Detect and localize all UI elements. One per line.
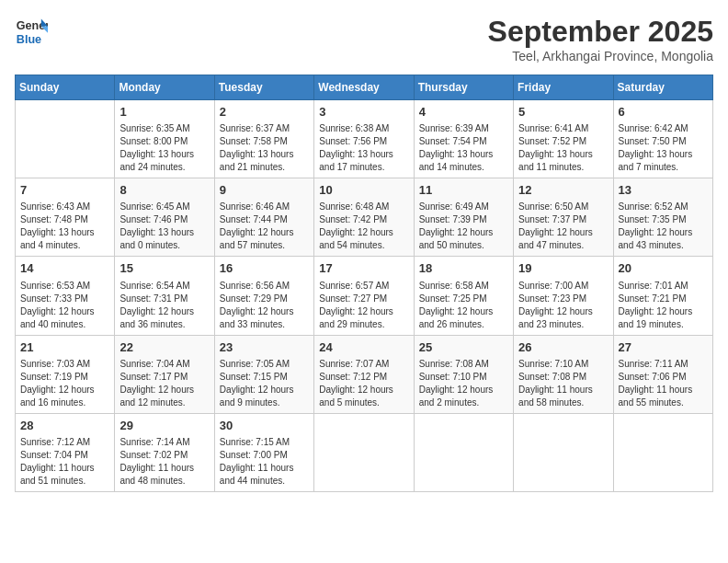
calendar-cell: 26Sunrise: 7:10 AM Sunset: 7:08 PM Dayli… [514,335,613,413]
month-title: September 2025 [488,15,713,49]
day-info: Sunrise: 7:05 AM Sunset: 7:15 PM Dayligh… [220,358,309,409]
day-info: Sunrise: 6:35 AM Sunset: 8:00 PM Dayligh… [119,122,209,174]
calendar-cell [314,413,414,491]
day-info: Sunrise: 6:45 AM Sunset: 7:46 PM Dayligh… [119,201,209,252]
day-info: Sunrise: 6:54 AM Sunset: 7:31 PM Dayligh… [119,280,209,331]
day-info: Sunrise: 6:48 AM Sunset: 7:42 PM Dayligh… [319,201,408,252]
day-info: Sunrise: 6:37 AM Sunset: 7:58 PM Dayligh… [220,122,309,174]
calendar-cell: 27Sunrise: 7:11 AM Sunset: 7:06 PM Dayli… [613,335,712,413]
calendar-cell: 21Sunrise: 7:03 AM Sunset: 7:19 PM Dayli… [16,335,115,413]
calendar-cell: 20Sunrise: 7:01 AM Sunset: 7:21 PM Dayli… [613,257,712,335]
calendar-cell: 12Sunrise: 6:50 AM Sunset: 7:37 PM Dayli… [514,178,613,257]
day-info: Sunrise: 7:11 AM Sunset: 7:06 PM Dayligh… [619,358,708,409]
day-number: 25 [419,339,508,356]
day-number: 1 [119,104,209,121]
svg-text:Blue: Blue [17,33,41,46]
weekday-header-friday: Friday [514,75,613,100]
calendar-cell: 4Sunrise: 6:39 AM Sunset: 7:54 PM Daylig… [414,100,513,178]
location: Teel, Arkhangai Province, Mongolia [488,49,713,63]
day-info: Sunrise: 6:38 AM Sunset: 7:56 PM Dayligh… [319,122,408,174]
calendar-week-row: 21Sunrise: 7:03 AM Sunset: 7:19 PM Dayli… [16,335,713,413]
calendar-cell: 25Sunrise: 7:08 AM Sunset: 7:10 PM Dayli… [414,335,513,413]
calendar-week-row: 7Sunrise: 6:43 AM Sunset: 7:48 PM Daylig… [16,178,713,257]
day-info: Sunrise: 6:46 AM Sunset: 7:44 PM Dayligh… [220,201,309,252]
day-number: 21 [20,339,109,356]
calendar-cell: 30Sunrise: 7:15 AM Sunset: 7:00 PM Dayli… [214,413,313,491]
day-info: Sunrise: 7:10 AM Sunset: 7:08 PM Dayligh… [518,358,608,409]
calendar-cell: 11Sunrise: 6:49 AM Sunset: 7:39 PM Dayli… [414,178,513,257]
calendar-week-row: 14Sunrise: 6:53 AM Sunset: 7:33 PM Dayli… [16,257,713,335]
calendar-cell: 15Sunrise: 6:54 AM Sunset: 7:31 PM Dayli… [115,257,214,335]
day-info: Sunrise: 6:58 AM Sunset: 7:25 PM Dayligh… [419,280,508,331]
weekday-header-sunday: Sunday [16,75,115,100]
day-number: 15 [119,260,209,277]
day-info: Sunrise: 7:04 AM Sunset: 7:17 PM Dayligh… [119,358,209,409]
weekday-header-monday: Monday [115,75,214,100]
calendar-cell: 28Sunrise: 7:12 AM Sunset: 7:04 PM Dayli… [16,413,115,491]
day-number: 27 [619,339,708,356]
calendar-week-row: 1Sunrise: 6:35 AM Sunset: 8:00 PM Daylig… [16,100,713,178]
day-number: 23 [220,339,309,356]
day-number: 2 [220,104,309,121]
calendar-cell: 2Sunrise: 6:37 AM Sunset: 7:58 PM Daylig… [214,100,313,178]
weekday-header-tuesday: Tuesday [214,75,313,100]
title-section: September 2025 Teel, Arkhangai Province,… [488,15,713,63]
calendar-cell: 10Sunrise: 6:48 AM Sunset: 7:42 PM Dayli… [314,178,414,257]
day-info: Sunrise: 7:14 AM Sunset: 7:02 PM Dayligh… [119,436,209,488]
calendar-cell: 1Sunrise: 6:35 AM Sunset: 8:00 PM Daylig… [115,100,214,178]
day-number: 22 [119,339,209,356]
logo-icon: General Blue [15,15,48,48]
calendar-cell: 16Sunrise: 6:56 AM Sunset: 7:29 PM Dayli… [214,257,313,335]
day-number: 24 [319,339,408,356]
calendar-cell: 24Sunrise: 7:07 AM Sunset: 7:12 PM Dayli… [314,335,414,413]
day-number: 9 [220,182,309,199]
calendar-cell [414,413,513,491]
day-info: Sunrise: 7:03 AM Sunset: 7:19 PM Dayligh… [20,358,109,409]
page-header: General Blue September 2025 Teel, Arkhan… [15,15,713,63]
day-number: 26 [518,339,608,356]
day-number: 5 [518,104,608,121]
day-number: 3 [319,104,408,121]
day-number: 17 [319,260,408,277]
day-info: Sunrise: 6:39 AM Sunset: 7:54 PM Dayligh… [419,122,508,174]
calendar-cell: 23Sunrise: 7:05 AM Sunset: 7:15 PM Dayli… [214,335,313,413]
calendar-cell: 14Sunrise: 6:53 AM Sunset: 7:33 PM Dayli… [16,257,115,335]
calendar-cell: 7Sunrise: 6:43 AM Sunset: 7:48 PM Daylig… [16,178,115,257]
day-info: Sunrise: 6:41 AM Sunset: 7:52 PM Dayligh… [518,122,608,174]
calendar-cell: 9Sunrise: 6:46 AM Sunset: 7:44 PM Daylig… [214,178,313,257]
day-number: 8 [119,182,209,199]
day-number: 6 [619,104,708,121]
calendar-table: SundayMondayTuesdayWednesdayThursdayFrid… [15,75,713,492]
weekday-header-saturday: Saturday [613,75,712,100]
day-number: 12 [518,182,608,199]
day-number: 30 [220,418,309,434]
calendar-cell: 29Sunrise: 7:14 AM Sunset: 7:02 PM Dayli… [115,413,214,491]
day-number: 14 [20,260,109,277]
weekday-header-thursday: Thursday [414,75,513,100]
calendar-cell [16,100,115,178]
calendar-cell: 19Sunrise: 7:00 AM Sunset: 7:23 PM Dayli… [514,257,613,335]
day-info: Sunrise: 7:08 AM Sunset: 7:10 PM Dayligh… [419,358,508,409]
day-info: Sunrise: 7:12 AM Sunset: 7:04 PM Dayligh… [20,436,109,488]
day-number: 28 [20,418,109,434]
day-info: Sunrise: 7:01 AM Sunset: 7:21 PM Dayligh… [619,280,708,331]
day-number: 20 [619,260,708,277]
day-info: Sunrise: 6:56 AM Sunset: 7:29 PM Dayligh… [220,280,309,331]
calendar-week-row: 28Sunrise: 7:12 AM Sunset: 7:04 PM Dayli… [16,413,713,491]
weekday-header-row: SundayMondayTuesdayWednesdayThursdayFrid… [16,75,713,100]
day-info: Sunrise: 6:43 AM Sunset: 7:48 PM Dayligh… [20,201,109,252]
calendar-cell: 22Sunrise: 7:04 AM Sunset: 7:17 PM Dayli… [115,335,214,413]
day-info: Sunrise: 6:42 AM Sunset: 7:50 PM Dayligh… [619,122,708,174]
day-info: Sunrise: 6:49 AM Sunset: 7:39 PM Dayligh… [419,201,508,252]
day-info: Sunrise: 7:07 AM Sunset: 7:12 PM Dayligh… [319,358,408,409]
day-info: Sunrise: 7:00 AM Sunset: 7:23 PM Dayligh… [518,280,608,331]
day-number: 10 [319,182,408,199]
calendar-cell: 17Sunrise: 6:57 AM Sunset: 7:27 PM Dayli… [314,257,414,335]
day-number: 13 [619,182,708,199]
day-info: Sunrise: 6:50 AM Sunset: 7:37 PM Dayligh… [518,201,608,252]
day-number: 4 [419,104,508,121]
day-number: 16 [220,260,309,277]
day-info: Sunrise: 7:15 AM Sunset: 7:00 PM Dayligh… [220,436,309,488]
day-info: Sunrise: 6:57 AM Sunset: 7:27 PM Dayligh… [319,280,408,331]
calendar-cell: 3Sunrise: 6:38 AM Sunset: 7:56 PM Daylig… [314,100,414,178]
